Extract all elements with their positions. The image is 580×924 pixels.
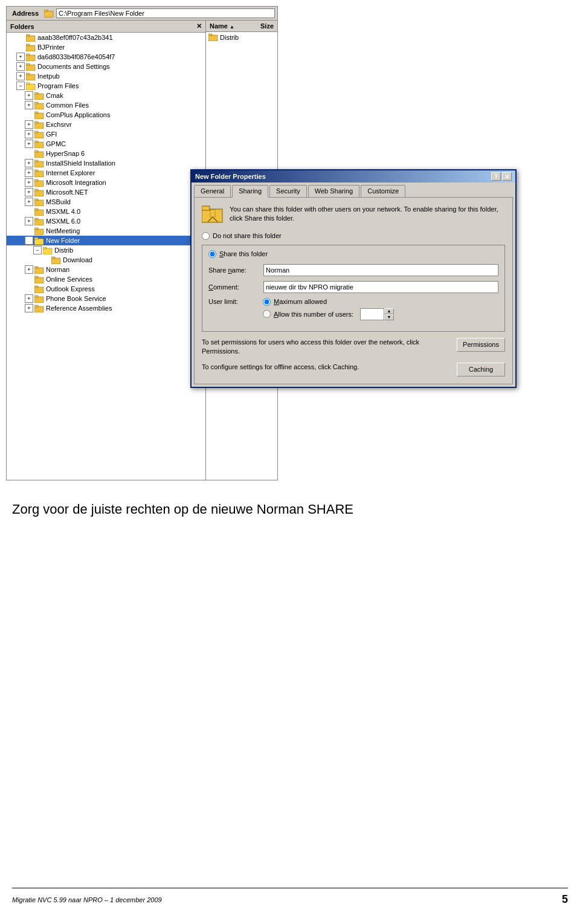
- name-item-label: Distrib: [220, 34, 239, 41]
- folder-icon: [34, 92, 44, 100]
- expand-btn[interactable]: +: [25, 178, 33, 187]
- expand-btn[interactable]: +: [16, 53, 25, 61]
- permissions-row: To set permissions for users who access …: [202, 338, 505, 357]
- expand-btn[interactable]: +: [25, 304, 33, 312]
- expand-btn[interactable]: +: [25, 140, 33, 148]
- max-allowed-radio[interactable]: [263, 298, 271, 306]
- tree-item[interactable]: −New Folder: [7, 236, 205, 245]
- expand-btn[interactable]: +: [25, 188, 33, 196]
- folder-icon: [34, 295, 44, 303]
- svg-rect-30: [34, 171, 44, 177]
- expand-btn[interactable]: +: [25, 198, 33, 206]
- collapse-btn[interactable]: −: [16, 82, 25, 90]
- expand-btn[interactable]: +: [25, 294, 33, 303]
- dialog-help-btn[interactable]: ?: [491, 172, 501, 181]
- tab-web-sharing[interactable]: Web Sharing: [308, 185, 359, 197]
- tree-item[interactable]: −Program Files: [7, 81, 205, 91]
- svg-rect-57: [34, 296, 38, 297]
- tree-item[interactable]: MSXML 4.0: [7, 207, 205, 216]
- tree-item[interactable]: +GFI: [7, 129, 205, 139]
- tree-item[interactable]: +MSXML 6.0: [7, 216, 205, 226]
- tab-sharing[interactable]: Sharing: [232, 185, 268, 198]
- expand-btn[interactable]: +: [16, 62, 25, 71]
- expand-btn[interactable]: +: [25, 130, 33, 138]
- tree-item-label: aaab38ef0ff07c43a2b341: [37, 34, 113, 41]
- allow-number-radio[interactable]: [263, 310, 271, 318]
- tree-item[interactable]: +GPMC: [7, 139, 205, 149]
- spinner-down-btn[interactable]: ▼: [384, 314, 394, 320]
- expand-btn[interactable]: +: [25, 101, 33, 109]
- tab-customize[interactable]: Customize: [361, 185, 405, 197]
- expand-btn[interactable]: +: [25, 91, 33, 100]
- share-radio[interactable]: [208, 250, 216, 258]
- expand-btn[interactable]: +: [25, 169, 33, 177]
- folder-icon: [34, 218, 44, 225]
- folders-panel[interactable]: Folders ✕ aaab38ef0ff07c43a2b341BJPrinte…: [7, 21, 206, 480]
- tree-item[interactable]: +Common Files: [7, 100, 205, 110]
- tab-general[interactable]: General: [194, 185, 231, 197]
- svg-rect-51: [34, 267, 38, 268]
- tree-item[interactable]: Online Services: [7, 274, 205, 284]
- tree-item[interactable]: +Inetpub: [7, 71, 205, 81]
- tree-item[interactable]: BJPrinter: [7, 42, 205, 52]
- svg-rect-28: [34, 161, 44, 167]
- tree-item[interactable]: +Reference Assemblies: [7, 303, 205, 313]
- share-name-input[interactable]: [263, 264, 498, 276]
- svg-rect-38: [34, 210, 44, 216]
- user-limit-label-row: User limit: Maximum allowed: [208, 298, 498, 306]
- no-share-label: Do not share this folder: [213, 232, 282, 239]
- tree-item[interactable]: aaab38ef0ff07c43a2b341: [7, 33, 205, 42]
- spinner-up-btn[interactable]: ▲: [384, 308, 394, 314]
- tree-indent-spacer: [25, 275, 33, 283]
- size-column-header: Size: [237, 22, 274, 30]
- user-count-input[interactable]: [360, 308, 384, 320]
- tree-item[interactable]: +da6d8033b4f0876e4054f7: [7, 52, 205, 62]
- svg-rect-37: [34, 199, 38, 201]
- permissions-button[interactable]: Permissions: [457, 338, 505, 352]
- tree-item[interactable]: Download: [7, 255, 205, 265]
- tree-item[interactable]: +InstallShield Installation: [7, 158, 205, 168]
- folder-icon: [34, 198, 44, 206]
- tree-item[interactable]: +Documents and Settings: [7, 62, 205, 71]
- no-share-radio[interactable]: [202, 232, 210, 240]
- tree-item-label: HyperSnap 6: [46, 150, 85, 157]
- svg-rect-47: [43, 247, 47, 249]
- tree-item[interactable]: Outlook Express: [7, 284, 205, 294]
- svg-rect-35: [34, 189, 38, 191]
- address-path-input[interactable]: [56, 8, 275, 18]
- folders-close-btn[interactable]: ✕: [196, 22, 202, 30]
- tree-item[interactable]: +MSBuild: [7, 197, 205, 207]
- svg-rect-13: [26, 83, 30, 85]
- tree-item[interactable]: +Microsoft.NET: [7, 187, 205, 197]
- tree-item[interactable]: +Internet Explorer: [7, 168, 205, 178]
- comment-input[interactable]: [263, 281, 498, 293]
- tree-indent-spacer: [16, 43, 25, 51]
- tree-item[interactable]: −Distrib: [7, 245, 205, 255]
- collapse-btn[interactable]: −: [25, 236, 33, 245]
- expand-btn[interactable]: +: [16, 72, 25, 80]
- folder-icon: [34, 150, 44, 158]
- expand-btn[interactable]: +: [25, 159, 33, 167]
- folder-icon: [34, 227, 44, 235]
- tree-item[interactable]: +Microsoft Integration: [7, 178, 205, 187]
- tree-item[interactable]: HyperSnap 6: [7, 149, 205, 158]
- expand-btn[interactable]: +: [25, 217, 33, 225]
- caching-button[interactable]: Caching: [457, 363, 505, 376]
- tab-security[interactable]: Security: [269, 185, 307, 197]
- tree-item[interactable]: +Cmak: [7, 91, 205, 100]
- tree-item[interactable]: ComPlus Applications: [7, 110, 205, 120]
- expand-btn[interactable]: +: [25, 265, 33, 274]
- tree-item[interactable]: +Exchsrvr: [7, 120, 205, 129]
- comment-label: Comment:: [208, 283, 260, 291]
- tree-item[interactable]: +Norman: [7, 265, 205, 274]
- radio-group: Do not share this folder: [202, 232, 505, 240]
- dialog-close-btn[interactable]: ✕: [502, 172, 512, 181]
- tree-item[interactable]: +Phone Book Service: [7, 294, 205, 303]
- collapse-btn[interactable]: −: [33, 246, 42, 254]
- tree-item[interactable]: NetMeeting: [7, 226, 205, 236]
- folder-icon: [26, 53, 36, 61]
- folder-icon: [34, 131, 44, 138]
- expand-btn[interactable]: +: [25, 120, 33, 129]
- tree-item-label: Exchsrvr: [46, 121, 72, 128]
- svg-rect-49: [51, 257, 55, 259]
